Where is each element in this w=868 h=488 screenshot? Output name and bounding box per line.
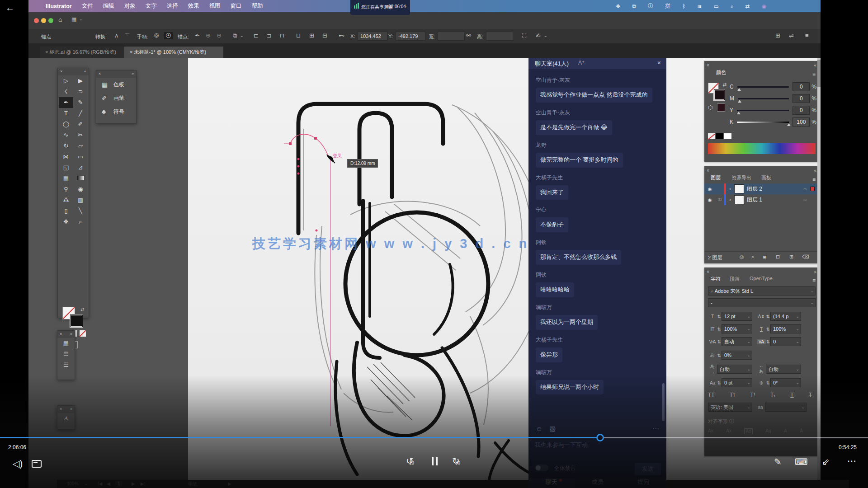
layer2-target-icon[interactable]: ○ bbox=[803, 186, 807, 192]
layer2-name[interactable]: 图层 2 bbox=[747, 185, 762, 193]
none-swatch[interactable] bbox=[708, 133, 715, 139]
leading-field[interactable]: (14.4 p⌄ bbox=[770, 312, 801, 321]
layer1-visibility-icon[interactable]: ◉ bbox=[704, 197, 715, 202]
hscale-stepper-icon[interactable]: ⇅ bbox=[766, 327, 770, 332]
magenta-slider[interactable] bbox=[738, 98, 789, 99]
eyedropper-tool[interactable]: ⚲ bbox=[59, 184, 73, 195]
brushes-item[interactable]: ✐ 画笔 bbox=[96, 91, 136, 105]
danmaku-icon[interactable] bbox=[32, 460, 42, 468]
shape-builder-tool[interactable]: ◱ bbox=[59, 162, 73, 173]
layers-collapse-icon[interactable]: « bbox=[814, 168, 816, 173]
vscale-field[interactable]: 100%⌄ bbox=[722, 324, 752, 333]
layer1-name[interactable]: 图层 1 bbox=[747, 196, 762, 204]
color-panel-collapse-icon[interactable]: « bbox=[814, 63, 816, 68]
chat-font-size-button[interactable]: A⁺ bbox=[578, 60, 585, 66]
paragraph-tab[interactable]: 段落 bbox=[730, 276, 740, 282]
opentype-tab[interactable]: OpenType bbox=[750, 276, 773, 281]
shaper-tool[interactable]: ∿ bbox=[59, 130, 73, 141]
tracking-stepper-icon[interactable]: ⇅ bbox=[766, 339, 770, 344]
gradient-tool[interactable] bbox=[73, 173, 88, 184]
rewind-10-button[interactable]: ↺10 bbox=[406, 455, 414, 466]
flyout-collapse-icon[interactable]: » bbox=[132, 71, 134, 76]
align-panel-icon[interactable]: ☰ bbox=[57, 349, 75, 360]
magenta-value[interactable]: 0 bbox=[793, 94, 810, 103]
color-stroke-swatch[interactable] bbox=[713, 89, 725, 101]
swap-fill-stroke-icon[interactable]: ⇄ bbox=[80, 307, 84, 312]
pause-button[interactable] bbox=[432, 457, 438, 467]
type-tool[interactable]: T bbox=[59, 108, 73, 119]
layers-tab[interactable]: 图层 bbox=[711, 174, 721, 181]
toolbar-close-icon[interactable]: × bbox=[60, 69, 62, 74]
line-tool[interactable]: ╱ bbox=[73, 108, 88, 119]
perspective-grid-tool[interactable]: ⊿ bbox=[73, 162, 88, 173]
delete-layer-icon[interactable]: ⌫ bbox=[802, 254, 809, 260]
exit-fullscreen-icon[interactable]: ⇙ bbox=[822, 456, 830, 467]
color-swap-icon[interactable]: ⇄ bbox=[722, 82, 726, 88]
layer-row-2[interactable]: ◉ › 图层 2 ○ bbox=[704, 183, 819, 194]
scale-tool[interactable]: ▱ bbox=[73, 141, 88, 151]
chat-close-icon[interactable]: × bbox=[657, 59, 661, 66]
kerning-stepper-icon[interactable]: ⇅ bbox=[717, 339, 722, 344]
pen-tool[interactable]: ✒ bbox=[59, 97, 73, 108]
hscale-field[interactable]: 100%⌄ bbox=[770, 324, 801, 333]
layer-row-1[interactable]: ◉ ⚿ › 图层 1 ○ bbox=[704, 194, 819, 205]
forward-30-button[interactable]: ↻30 bbox=[452, 455, 460, 466]
insert-left-field[interactable]: 自动⌄ bbox=[717, 365, 752, 374]
font-family-dd-icon[interactable]: ⌄ bbox=[810, 287, 814, 295]
font-style-field[interactable]: - ⌄ bbox=[708, 298, 816, 307]
char-menu-icon[interactable]: ≡ bbox=[812, 277, 816, 284]
char-collapse-icon[interactable]: « bbox=[814, 269, 816, 274]
artboard-tool[interactable]: ▯ bbox=[59, 206, 73, 216]
zoom-tool[interactable]: ⌕ bbox=[73, 216, 88, 227]
black-swatch[interactable] bbox=[716, 133, 723, 139]
layer2-selection-indicator[interactable] bbox=[810, 187, 815, 191]
yellow-slider[interactable] bbox=[737, 110, 789, 111]
symbols-item[interactable]: ♣ 符号 bbox=[96, 105, 136, 118]
size-stepper-icon[interactable]: ⇅ bbox=[717, 314, 722, 319]
locate-object-icon[interactable]: ⌕ bbox=[751, 254, 754, 260]
layer2-thumbnail[interactable] bbox=[734, 184, 744, 193]
transform-panel-icon[interactable]: ▦ bbox=[57, 338, 75, 349]
rotate-tool[interactable]: ↻ bbox=[59, 141, 73, 151]
mesh-tool[interactable]: ▦ bbox=[59, 173, 73, 184]
seekbar-remaining[interactable] bbox=[603, 437, 868, 438]
width-tool[interactable]: ⋈ bbox=[59, 151, 73, 162]
insert-right-field[interactable]: 自动⌄ bbox=[766, 365, 801, 374]
layer2-visibility-icon[interactable]: ◉ bbox=[704, 187, 715, 192]
color-panel-close-icon[interactable]: × bbox=[707, 63, 709, 68]
chat-message-list[interactable]: 空山青予-灰灰 我感觉每个作业做一点点 然后没个完成的 空山青予-灰灰 是不是先… bbox=[528, 69, 666, 424]
black-value[interactable]: 100 bbox=[793, 117, 810, 127]
hand-tool[interactable]: ✥ bbox=[59, 216, 73, 227]
last-color-swatch[interactable] bbox=[717, 103, 725, 112]
volume-icon[interactable]: ◁) bbox=[13, 458, 23, 469]
new-sublayer-icon[interactable]: ⊡ bbox=[776, 254, 780, 260]
kerning-field[interactable]: 自动⌄ bbox=[722, 337, 752, 346]
color-spectrum-bar[interactable] bbox=[708, 143, 816, 154]
collect-export-icon[interactable]: ⎙ bbox=[740, 254, 744, 260]
make-mask-icon[interactable]: ◙ bbox=[763, 254, 766, 259]
leading-stepper-icon[interactable]: ⇅ bbox=[766, 314, 770, 319]
layers-menu-icon[interactable]: ≡ bbox=[812, 176, 816, 183]
yellow-value[interactable]: 0 bbox=[793, 106, 810, 115]
paintbrush-tool[interactable]: ✐ bbox=[73, 119, 88, 130]
3d-cube-icon[interactable]: ⬡ bbox=[708, 104, 712, 111]
color-panel-tab[interactable]: 颜色 bbox=[716, 69, 726, 76]
keyboard-shortcuts-icon[interactable]: ⌨ bbox=[795, 456, 808, 467]
asset-export-tab[interactable]: 资源导出 bbox=[731, 174, 751, 181]
color-mode-none[interactable] bbox=[80, 330, 86, 337]
pathfinder-panel-icon[interactable]: ☰ bbox=[57, 360, 75, 371]
symbol-sprayer-tool[interactable]: ⁂ bbox=[59, 195, 73, 206]
swatches-item[interactable]: ▦ 色板 bbox=[96, 78, 136, 91]
proportional-field[interactable]: 0%⌄ bbox=[722, 351, 752, 360]
artboards-tab[interactable]: 画板 bbox=[761, 174, 771, 181]
prop-stepper-icon[interactable]: ⇅ bbox=[717, 353, 722, 358]
layer1-expand-icon[interactable]: › bbox=[726, 197, 734, 203]
flyout-close-icon[interactable]: × bbox=[99, 71, 101, 76]
cp1-close-icon[interactable]: × bbox=[60, 332, 62, 336]
column-graph-tool[interactable]: ▥ bbox=[73, 195, 88, 206]
font-size-field[interactable]: 12 pt⌄ bbox=[722, 312, 752, 321]
char-close-icon[interactable]: × bbox=[707, 269, 709, 274]
white-swatch[interactable] bbox=[724, 133, 731, 139]
cyan-slider[interactable] bbox=[737, 86, 789, 88]
seekbar-handle[interactable] bbox=[596, 434, 604, 441]
